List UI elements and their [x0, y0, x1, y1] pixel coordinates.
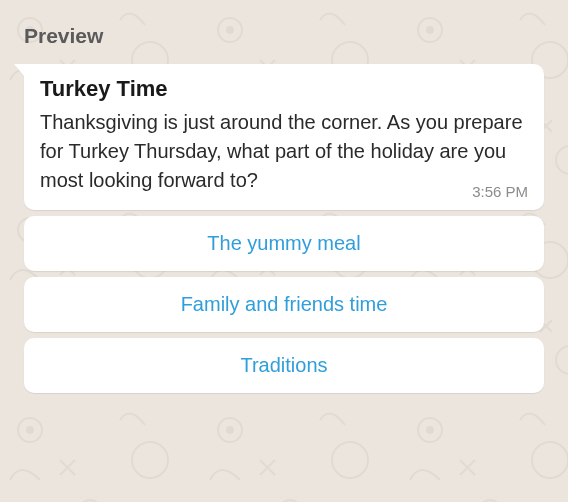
message-title: Turkey Time: [40, 76, 528, 102]
preview-container: Preview Turkey Time Thanksgiving is just…: [0, 0, 568, 393]
message-body: Thanksgiving is just around the corner. …: [40, 108, 528, 195]
preview-label: Preview: [24, 24, 544, 48]
message-bubble: Turkey Time Thanksgiving is just around …: [24, 64, 544, 210]
poll-option-2[interactable]: Family and friends time: [24, 277, 544, 332]
poll-option-1[interactable]: The yummy meal: [24, 216, 544, 271]
poll-option-3[interactable]: Traditions: [24, 338, 544, 393]
